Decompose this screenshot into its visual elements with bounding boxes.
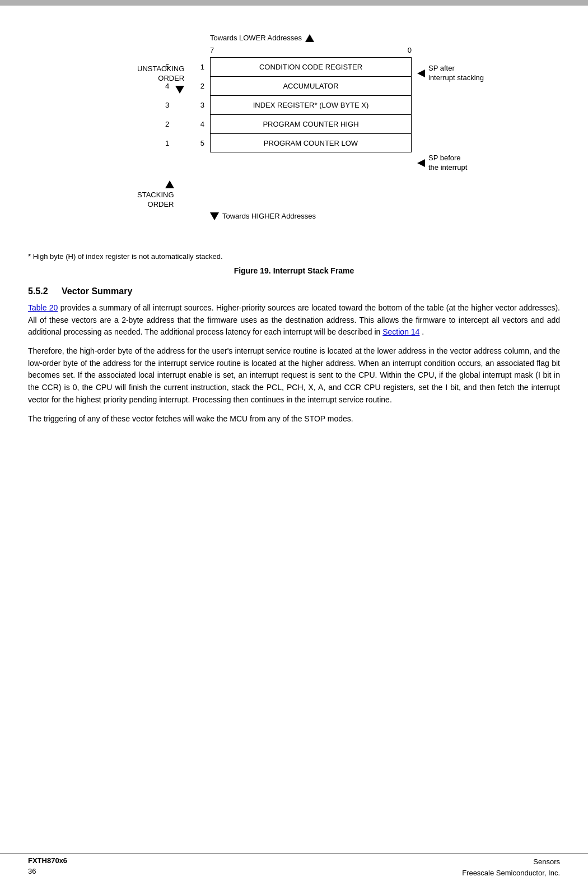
paragraph-2: Therefore, the high-order byte of the ad…: [28, 345, 560, 406]
paragraph-3: The triggering of any of these vector fe…: [28, 413, 560, 425]
stack-table: 5 1 CONDITION CODE REGISTER 4 2 ACCUMULA…: [210, 57, 412, 152]
bit-high: 7: [210, 46, 214, 54]
footer: FXTH870x6 36 Sensors Freescale Semicondu…: [0, 853, 588, 881]
cell-index-register: INDEX REGISTER* (LOW BYTE X): [210, 95, 412, 114]
sp-after-label: SP afterinterrupt stacking: [417, 64, 484, 83]
table-row: 1 5 PROGRAM COUNTER LOW: [210, 133, 412, 152]
sp-after-text: SP afterinterrupt stacking: [428, 64, 484, 83]
right-num-2: 2: [200, 82, 204, 90]
para1-text: provides a summary of all interrupt sour…: [28, 303, 560, 336]
footer-right-line1: Sensors: [462, 856, 560, 868]
bit-row: 7 0: [210, 46, 412, 54]
footnote: * High byte (H) of index register is not…: [28, 252, 560, 261]
row-numbers-5: 1 5: [165, 139, 204, 147]
lower-address-text: Towards LOWER Addresses: [210, 34, 302, 42]
stacking-label: STACKING ORDER: [137, 180, 174, 210]
paragraph-1: Table 20 provides a summary of all inter…: [28, 302, 560, 339]
diagram-inner: Towards LOWER Addresses 7 0 UNSTACKING O…: [98, 34, 490, 247]
table-row: 2 4 PROGRAM COUNTER HIGH: [210, 114, 412, 133]
sp-before-arrow-icon: [417, 159, 425, 167]
table-row: 5 1 CONDITION CODE REGISTER: [210, 57, 412, 76]
section-heading: 5.5.2 Vector Summary: [28, 286, 560, 296]
right-num-5: 5: [200, 139, 204, 147]
right-num-4: 4: [200, 120, 204, 128]
table-row: 3 3 INDEX REGISTER* (LOW BYTE X): [210, 95, 412, 114]
footer-right: Sensors Freescale Semiconductor, Inc.: [462, 856, 560, 878]
cell-pch: PROGRAM COUNTER HIGH: [210, 114, 412, 133]
arrow-up-icon: [305, 34, 314, 42]
para1-suffix: .: [422, 327, 424, 336]
right-num-3: 3: [200, 101, 204, 109]
cell-accumulator: ACCUMULATOR: [210, 76, 412, 95]
row-numbers-1: 5 1: [165, 63, 204, 71]
page-number: 36: [28, 867, 67, 875]
section-14-link[interactable]: Section 14: [382, 327, 419, 336]
page-content: Towards LOWER Addresses 7 0 UNSTACKING O…: [0, 6, 588, 465]
higher-address-label: Towards HIGHER Addresses: [210, 212, 316, 220]
top-bar: [0, 0, 588, 6]
diagram-container: Towards LOWER Addresses 7 0 UNSTACKING O…: [28, 34, 560, 247]
stacking-text: STACKING: [137, 191, 174, 200]
lower-address-label: Towards LOWER Addresses: [210, 34, 314, 42]
figure-caption: Figure 19. Interrupt Stack Frame: [28, 266, 560, 275]
section-title: Vector Summary: [62, 286, 132, 296]
cell-pcl: PROGRAM COUNTER LOW: [210, 133, 412, 152]
right-num-1: 1: [200, 63, 204, 71]
left-num-2: 4: [165, 82, 169, 90]
left-num-3: 3: [165, 101, 169, 109]
table-20-link[interactable]: Table 20: [28, 303, 58, 312]
higher-address-text: Towards HIGHER Addresses: [222, 212, 316, 220]
left-num-4: 2: [165, 120, 169, 128]
section-number: 5.5.2: [28, 286, 48, 296]
stacking-arrow-icon: [165, 180, 174, 188]
left-num-5: 1: [165, 139, 169, 147]
stacking-order-text: ORDER: [137, 200, 174, 210]
part-number: FXTH870x6: [28, 856, 67, 865]
cell-ccr: CONDITION CODE REGISTER: [210, 57, 412, 76]
footer-right-line2: Freescale Semiconductor, Inc.: [462, 868, 560, 879]
sp-before-label: SP beforethe interrupt: [417, 154, 467, 173]
row-numbers-2: 4 2: [165, 82, 204, 90]
bit-low: 0: [408, 46, 412, 54]
row-numbers-4: 2 4: [165, 120, 204, 128]
left-num-1: 5: [165, 63, 169, 71]
arrow-down-icon: [210, 212, 219, 220]
sp-before-text: SP beforethe interrupt: [428, 154, 467, 173]
row-numbers-3: 3 3: [165, 101, 204, 109]
sp-after-arrow-icon: [417, 69, 425, 77]
footer-part-number: FXTH870x6 36: [28, 856, 67, 875]
table-row: 4 2 ACCUMULATOR: [210, 76, 412, 95]
